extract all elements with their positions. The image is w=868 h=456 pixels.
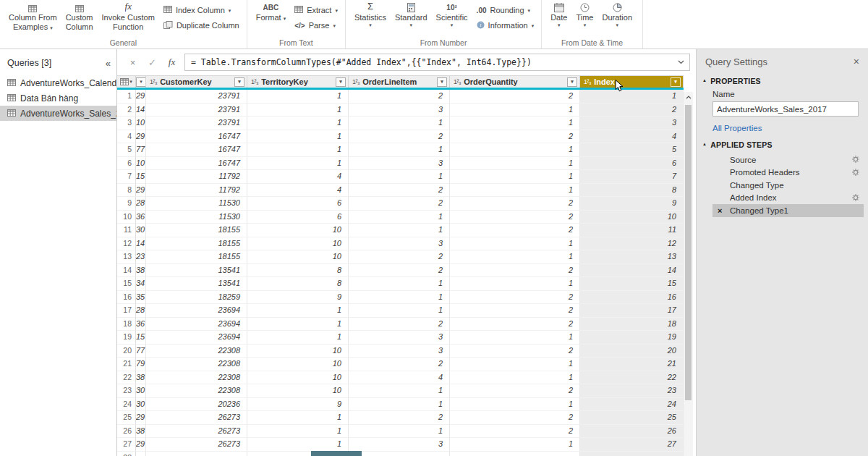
fx-icon[interactable]: fx	[162, 56, 182, 68]
cell[interactable]: 1	[450, 277, 580, 291]
cell[interactable]: 2	[349, 250, 450, 264]
cell[interactable]: 1	[349, 398, 450, 412]
cell[interactable]: 1	[450, 143, 580, 157]
cell[interactable]: 1	[349, 143, 450, 157]
cell[interactable]: 26273	[146, 438, 247, 452]
cell[interactable]: 1	[580, 90, 684, 104]
duration-button[interactable]: Duration▾	[597, 1, 637, 28]
statistics-button[interactable]: ΣStatistics▾	[350, 1, 391, 28]
formula-expand-icon[interactable]	[673, 60, 688, 64]
cell[interactable]	[450, 452, 580, 456]
cell[interactable]: 23694	[146, 304, 247, 318]
cell[interactable]: 1	[450, 157, 580, 171]
filter-icon[interactable]: ▾	[671, 77, 681, 87]
gear-icon[interactable]	[852, 194, 859, 203]
cell[interactable]: 10	[247, 345, 349, 358]
cell[interactable]: 2	[450, 211, 580, 224]
filter-icon[interactable]: ▾	[136, 77, 146, 87]
cell[interactable]: 6	[580, 157, 684, 171]
commit-icon[interactable]: ✓	[142, 57, 162, 68]
cell-partial[interactable]: 28	[136, 304, 146, 318]
cell[interactable]: 1	[247, 117, 349, 130]
cell[interactable]: 13541	[146, 277, 247, 291]
row-number[interactable]: 21	[117, 358, 136, 371]
cell[interactable]: 5	[580, 143, 684, 157]
cell-partial[interactable]: 28	[136, 197, 146, 211]
scroll-up-icon[interactable]	[684, 92, 693, 102]
cancel-icon[interactable]: ×	[123, 57, 142, 68]
cell[interactable]: 1	[349, 291, 450, 305]
cell[interactable]: 1	[247, 130, 349, 144]
cell[interactable]: 22308	[146, 358, 247, 371]
cell[interactable]: 2	[450, 197, 580, 211]
cell[interactable]: 16747	[146, 130, 247, 144]
properties-section-header[interactable]: ▲ PROPERTIES	[697, 69, 868, 88]
extract-button[interactable]: Extract▾	[294, 4, 338, 16]
column-header-customerkey[interactable]: 1²₃CustomerKey▾	[146, 76, 247, 88]
cell-partial[interactable]: 30	[136, 398, 146, 412]
cell[interactable]: 1	[450, 398, 580, 412]
cell[interactable]: 1	[247, 104, 349, 117]
row-number[interactable]: 8	[117, 184, 136, 198]
cell-partial[interactable]: 29	[136, 184, 146, 198]
cell[interactable]: 1	[450, 117, 580, 130]
cell[interactable]: 10	[247, 224, 349, 237]
cell-partial[interactable]: 77	[136, 345, 146, 358]
cell[interactable]: 13541	[146, 264, 247, 278]
row-number[interactable]: 26	[117, 425, 136, 439]
cell-partial[interactable]: 29	[136, 130, 146, 144]
cell[interactable]: 9	[580, 197, 684, 211]
cell[interactable]: 1	[247, 411, 349, 425]
cell[interactable]: 2	[349, 130, 450, 144]
cell[interactable]: 1	[450, 358, 580, 371]
cell[interactable]: 1	[450, 371, 580, 385]
cell[interactable]: 10	[580, 211, 684, 224]
cell[interactable]: 3	[349, 331, 450, 345]
cell[interactable]: 1	[450, 104, 580, 117]
cell-partial[interactable]: 30	[136, 224, 146, 237]
cell[interactable]: 2	[450, 318, 580, 332]
cell[interactable]: 14	[580, 264, 684, 278]
row-number[interactable]: 16	[117, 291, 136, 305]
cell[interactable]: 24	[580, 398, 684, 412]
cell-partial[interactable]: 38	[136, 425, 146, 439]
row-number[interactable]: 5	[117, 143, 136, 157]
applied-step[interactable]: Promoted Headers	[712, 166, 864, 180]
cell[interactable]: 1	[247, 90, 349, 104]
cell[interactable]: 9	[247, 398, 349, 412]
cell[interactable]: 26273	[146, 411, 247, 425]
cell[interactable]: 16747	[146, 157, 247, 171]
cell[interactable]: 18155	[146, 237, 247, 251]
cell[interactable]: 1	[247, 157, 349, 171]
row-number[interactable]: 18	[117, 318, 136, 332]
cell[interactable]: 6	[247, 197, 349, 211]
cell[interactable]: 10	[247, 371, 349, 385]
cell[interactable]: 6	[247, 211, 349, 224]
filter-icon[interactable]: ▾	[234, 77, 244, 87]
parse-button[interactable]: </>Parse▾	[294, 20, 338, 31]
cell[interactable]: 19	[580, 331, 684, 345]
cell[interactable]: 2	[450, 90, 580, 104]
cell-partial[interactable]: 30	[136, 384, 146, 398]
cell-partial[interactable]: 79	[136, 358, 146, 371]
cell-partial[interactable]: 29	[136, 411, 146, 425]
row-number[interactable]: 4	[117, 130, 136, 144]
cell-partial[interactable]: 38	[136, 264, 146, 278]
cell[interactable]: 26273	[146, 425, 247, 439]
cell[interactable]: 16747	[146, 143, 247, 157]
cell[interactable]: 10	[247, 358, 349, 371]
vertical-scrollbar-thumb[interactable]	[685, 105, 692, 400]
cell[interactable]: 4	[247, 184, 349, 198]
cell[interactable]: 4	[247, 170, 349, 184]
custom-column-button[interactable]: CustomColumn	[61, 1, 98, 32]
cell[interactable]: 1	[247, 318, 349, 332]
cell-partial[interactable]: 36	[136, 318, 146, 332]
column-from-examples-button[interactable]: Column FromExamples ▾	[4, 1, 61, 32]
applied-steps-section-header[interactable]: ▲ APPLIED STEPS	[697, 132, 868, 151]
cell[interactable]: 1	[450, 237, 580, 251]
cell[interactable]: 11530	[146, 211, 247, 224]
cell[interactable]: 23791	[146, 104, 247, 117]
cell[interactable]: 2	[450, 264, 580, 278]
cell[interactable]: 11530	[146, 197, 247, 211]
row-number[interactable]: 27	[117, 438, 136, 452]
